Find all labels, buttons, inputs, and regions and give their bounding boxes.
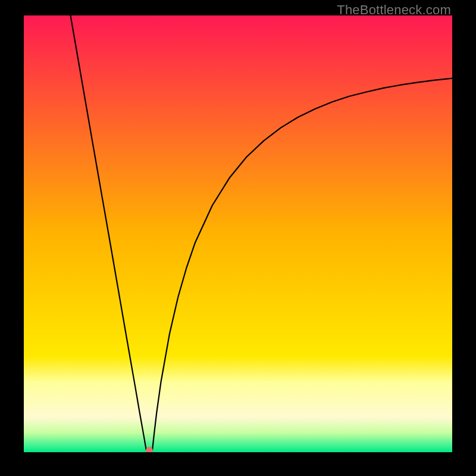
watermark-text: TheBottleneck.com bbox=[337, 2, 451, 18]
chart-svg bbox=[24, 15, 452, 452]
gradient-background bbox=[24, 15, 452, 452]
chart-frame: TheBottleneck.com bbox=[0, 0, 476, 476]
plot-area bbox=[24, 15, 452, 452]
